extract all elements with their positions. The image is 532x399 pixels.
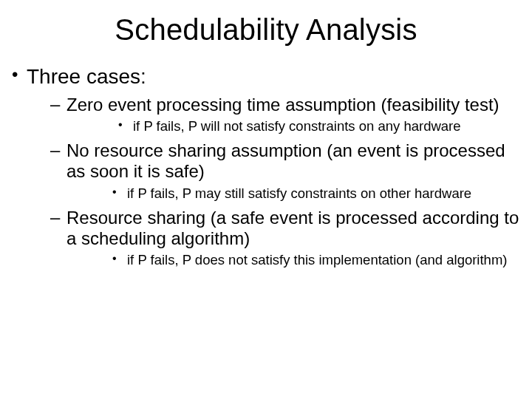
bullet-lvl2-text: No resource sharing assumption (an event… bbox=[66, 140, 505, 181]
slide-title: Schedulability Analysis bbox=[0, 0, 532, 54]
bullet-lvl2: No resource sharing assumption (an event… bbox=[27, 140, 526, 201]
bullet-list-lvl3: if P fails, P does not satisfy this impl… bbox=[66, 252, 526, 268]
bullet-lvl3-text: if P fails, P may still satisfy constrai… bbox=[127, 185, 471, 201]
bullet-lvl2: Zero event processing time assumption (f… bbox=[27, 95, 526, 134]
bullet-lvl3: if P fails, P may still satisfy constrai… bbox=[66, 185, 526, 202]
bullet-lvl2-text: Resource sharing (a safe event is proces… bbox=[66, 208, 519, 248]
bullet-lvl3-text: if P fails, P does not satisfy this impl… bbox=[127, 252, 507, 267]
slide: Schedulability Analysis Three cases: Zer… bbox=[0, 0, 532, 399]
bullet-list-lvl3: if P fails, P will not satisfy constrain… bbox=[66, 118, 526, 134]
bullet-lvl1-text: Three cases: bbox=[27, 65, 146, 88]
bullet-list-lvl3: if P fails, P may still satisfy constrai… bbox=[66, 185, 526, 202]
bullet-list-lvl2: Zero event processing time assumption (f… bbox=[27, 95, 526, 268]
bullet-lvl3: if P fails, P does not satisfy this impl… bbox=[66, 252, 526, 268]
slide-body: Three cases: Zero event processing time … bbox=[0, 64, 532, 268]
bullet-lvl3: if P fails, P will not satisfy constrain… bbox=[66, 118, 526, 134]
bullet-lvl2-text: Zero event processing time assumption (f… bbox=[66, 95, 499, 115]
bullet-lvl2: Resource sharing (a safe event is proces… bbox=[27, 208, 526, 268]
bullet-lvl1: Three cases: Zero event processing time … bbox=[6, 64, 526, 268]
bullet-list-lvl1: Three cases: Zero event processing time … bbox=[6, 64, 526, 268]
bullet-lvl3-text: if P fails, P will not satisfy constrain… bbox=[133, 118, 461, 134]
